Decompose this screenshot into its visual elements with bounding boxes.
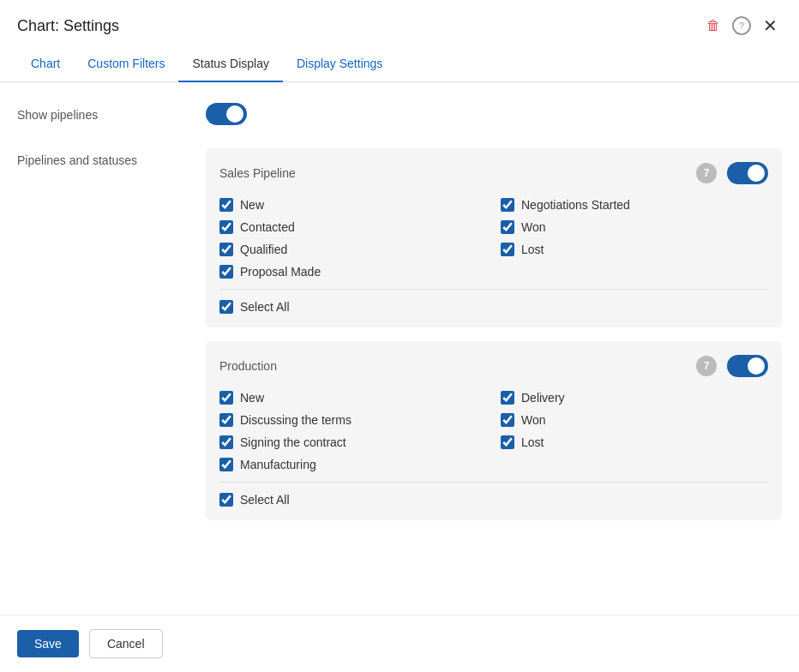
production-checkbox-won[interactable]: Won: [501, 413, 768, 427]
production-pipeline-toggle[interactable]: [727, 355, 768, 377]
sales-pipeline-name: Sales Pipeline: [219, 166, 296, 180]
settings-dialog: Chart: Settings 🗑 ? ✕ Chart Custom Filte…: [0, 0, 799, 672]
production-checkbox-manufacturing[interactable]: Manufacturing: [219, 458, 487, 471]
close-button[interactable]: ✕: [758, 14, 782, 38]
sales-checkbox-qualified[interactable]: Qualified: [219, 243, 487, 256]
pipelines-statuses-label: Pipelines and statuses: [17, 148, 206, 167]
tab-bar: Chart Custom Filters Status Display Disp…: [0, 46, 799, 82]
show-pipelines-label: Show pipelines: [17, 103, 206, 122]
cancel-button[interactable]: Cancel: [89, 629, 163, 658]
sales-checkbox-lost[interactable]: Lost: [501, 243, 768, 256]
tab-display-settings[interactable]: Display Settings: [283, 46, 396, 82]
sales-checkbox-negotiations-started[interactable]: Negotiations Started: [501, 198, 768, 212]
sales-select-all-row[interactable]: Select All: [219, 300, 768, 314]
dialog-title: Chart: Settings: [17, 17, 119, 35]
production-pipeline-count: 7: [696, 356, 717, 376]
delete-button[interactable]: 🗑: [701, 14, 725, 38]
show-pipelines-row: Show pipelines: [17, 103, 782, 128]
sales-pipeline-checkboxes: New Negotiations Started Contacted: [219, 198, 768, 279]
sales-pipeline-card: Sales Pipeline 7 New: [206, 148, 782, 327]
dialog-footer: Save Cancel: [0, 615, 799, 672]
sales-pipeline-header: Sales Pipeline 7: [219, 162, 768, 184]
help-button[interactable]: ?: [732, 16, 751, 35]
sales-select-all-checkbox[interactable]: [219, 300, 233, 314]
production-pipeline-header: Production 7: [219, 355, 768, 377]
sales-divider: [219, 289, 768, 290]
production-checkbox-lost[interactable]: Lost: [501, 435, 768, 449]
sales-checkbox-proposal-made[interactable]: Proposal Made: [219, 265, 487, 279]
production-divider: [219, 482, 768, 483]
production-select-all-row[interactable]: Select All: [219, 493, 768, 507]
sales-checkbox-won[interactable]: Won: [501, 220, 768, 234]
tab-custom-filters[interactable]: Custom Filters: [74, 46, 178, 82]
sales-checkbox-new[interactable]: New: [219, 198, 487, 212]
sales-select-all-label: Select All: [240, 300, 290, 314]
production-checkbox-signing[interactable]: Signing the contract: [219, 435, 487, 449]
sales-pipeline-count: 7: [696, 163, 717, 183]
show-pipelines-toggle-container: [206, 103, 782, 128]
production-checkbox-discussing[interactable]: Discussing the terms: [219, 413, 487, 427]
sales-pipeline-toggle[interactable]: [727, 162, 768, 184]
production-select-all-checkbox[interactable]: [219, 493, 233, 507]
production-pipeline-checkboxes: New Delivery Discussing the terms W: [219, 391, 768, 471]
production-pipeline-card: Production 7 New: [206, 341, 782, 520]
sales-checkbox-contacted[interactable]: Contacted: [219, 220, 487, 234]
production-select-all-label: Select All: [240, 493, 290, 507]
production-pipeline-header-right: 7: [696, 355, 768, 377]
tab-chart[interactable]: Chart: [17, 46, 74, 82]
pipelines-statuses-row: Pipelines and statuses Sales Pipeline 7: [17, 148, 782, 534]
content-area: Show pipelines Pipelines and statuses Sa…: [0, 82, 799, 615]
dialog-header: Chart: Settings 🗑 ? ✕: [0, 0, 799, 38]
production-checkbox-new[interactable]: New: [219, 391, 487, 405]
production-pipeline-name: Production: [219, 359, 277, 373]
show-pipelines-toggle[interactable]: [206, 103, 247, 125]
tab-status-display[interactable]: Status Display: [178, 46, 282, 82]
production-checkbox-delivery[interactable]: Delivery: [501, 391, 768, 405]
header-actions: 🗑 ? ✕: [701, 14, 782, 38]
sales-pipeline-header-right: 7: [696, 162, 768, 184]
save-button[interactable]: Save: [17, 630, 79, 657]
pipelines-list: Sales Pipeline 7 New: [206, 148, 782, 534]
